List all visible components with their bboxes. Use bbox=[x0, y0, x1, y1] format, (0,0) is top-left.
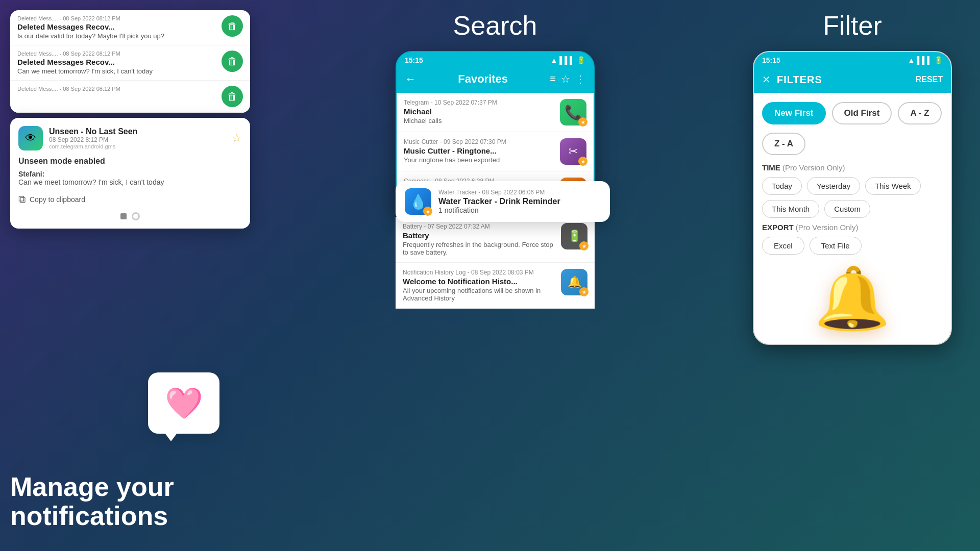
chip-this-week[interactable]: This Week bbox=[865, 177, 921, 195]
bubble-shape: 🩷 bbox=[148, 372, 219, 434]
chip-this-month[interactable]: This Month bbox=[762, 200, 819, 218]
copy-row[interactable]: ⧉ Copy to clipboard bbox=[18, 193, 242, 205]
copy-icon: ⧉ bbox=[18, 193, 26, 205]
notif-icon-3: 🗑 bbox=[222, 86, 243, 107]
badge-star-2: ★ bbox=[581, 159, 585, 164]
export-chips-row: Excel Text File bbox=[762, 237, 943, 255]
search-status-time: 15:15 bbox=[405, 56, 423, 64]
notif-item-3: Deleted Mess.... - 08 Sep 2022 08:12 PM … bbox=[10, 81, 250, 113]
sort-btn-old-first[interactable]: Old First bbox=[832, 102, 892, 124]
filter-status-bar: 15:15 ▲ ▌▌▌ 🔋 bbox=[754, 52, 951, 68]
export-section-label: EXPORT (Pro Version Only) bbox=[762, 223, 943, 232]
filter-status-icons: ▲ ▌▌▌ 🔋 bbox=[908, 56, 943, 64]
chip-custom[interactable]: Custom bbox=[824, 200, 870, 218]
notif-item-2: Deleted Mess.... - 08 Sep 2022 08:12 PM … bbox=[10, 45, 250, 81]
heart-icon: 🩷 bbox=[165, 385, 203, 421]
notif-content-1: Deleted Mess.... - 08 Sep 2022 08:12 PM … bbox=[17, 15, 216, 40]
dot-2-active[interactable] bbox=[132, 212, 140, 220]
list-item-music[interactable]: Music Cutter - 09 Sep 2022 07:30 PM Musi… bbox=[397, 132, 594, 171]
filter-header: ✕ FILTERS RESET bbox=[754, 68, 951, 93]
dot-1[interactable] bbox=[120, 213, 127, 219]
time-chips-row-2: This Month Custom bbox=[762, 200, 943, 218]
notif-meta-3: Deleted Mess.... - 08 Sep 2022 08:12 PM bbox=[17, 86, 216, 92]
filter-close-button[interactable]: ✕ bbox=[762, 73, 771, 86]
item-source-battery: Battery - 07 Sep 2022 07:32 AM bbox=[403, 223, 555, 230]
item-source-michael: Telegram - 10 Sep 2022 07:37 PM bbox=[404, 99, 554, 106]
list-item-battery[interactable]: Battery - 07 Sep 2022 07:32 AM Battery F… bbox=[396, 217, 595, 263]
filter-battery-icon: 🔋 bbox=[934, 56, 943, 64]
list-item-michael[interactable]: Telegram - 10 Sep 2022 07:37 PM Michael … bbox=[397, 93, 594, 132]
app-icon-notif-hist: 🔔 ★ bbox=[561, 269, 587, 295]
bell-wrapper: 🔔 bbox=[814, 263, 891, 335]
water-info: Water Tracker - 08 Sep 2022 06:06 PM Wat… bbox=[438, 189, 560, 214]
lower-items: Battery - 07 Sep 2022 07:32 AM Battery F… bbox=[396, 217, 595, 309]
wifi-icon: ▲ bbox=[550, 56, 557, 64]
time-section-label: TIME (Pro Version Only) bbox=[762, 163, 943, 172]
bottom-text: Manage your notifications bbox=[10, 472, 174, 531]
filter-section-title: Filter bbox=[823, 10, 882, 41]
item-title-michael: Michael bbox=[404, 107, 554, 116]
badge-star-1: ★ bbox=[581, 119, 585, 125]
unseen-card: 👁 Unseen - No Last Seen 08 Sep 2022 8:12… bbox=[10, 118, 250, 229]
bottom-text-line1: Manage your notifications bbox=[10, 472, 174, 531]
right-section: Filter 15:15 ▲ ▌▌▌ 🔋 ✕ FILTERS RESET New… bbox=[725, 0, 980, 551]
trash-icon-2: 🗑 bbox=[227, 56, 237, 67]
filter-signal-icon: ▌▌▌ bbox=[917, 56, 932, 64]
signal-icon: ▌▌▌ bbox=[559, 56, 575, 64]
water-tracker-popup[interactable]: 💧 ★ Water Tracker - 08 Sep 2022 06:06 PM… bbox=[396, 181, 610, 222]
trash-icon-3: 🗑 bbox=[227, 91, 237, 103]
star-icon[interactable]: ☆ bbox=[232, 132, 242, 145]
list-item-notif-hist[interactable]: Notification History Log - 08 Sep 2022 0… bbox=[396, 263, 595, 309]
notif-body-1: Is our date valid for today? Maybe I'll … bbox=[17, 32, 216, 40]
sort-btn-a-z[interactable]: A - Z bbox=[898, 102, 941, 124]
star-header-icon[interactable]: ☆ bbox=[561, 73, 570, 85]
favorites-header-title: Favorites bbox=[422, 72, 544, 86]
water-badge-star: ★ bbox=[426, 209, 430, 214]
notif-content-3: Deleted Mess.... - 08 Sep 2022 08:12 PM bbox=[17, 86, 216, 93]
item-content-michael: Telegram - 10 Sep 2022 07:37 PM Michael … bbox=[404, 99, 554, 124]
unseen-mode-label: Unseen mode enabled bbox=[18, 157, 242, 166]
notif-title-2: Deleted Messages Recov... bbox=[17, 58, 216, 66]
item-content-battery: Battery - 07 Sep 2022 07:32 AM Battery F… bbox=[403, 223, 555, 256]
water-title: Water Tracker - Drink Reminder bbox=[438, 197, 560, 206]
filter-body: New First Old First A - Z Z - A TIME (Pr… bbox=[754, 93, 951, 344]
sort-btn-z-a[interactable]: Z - A bbox=[762, 133, 805, 155]
item-title-notif-hist: Welcome to Notification Histo... bbox=[403, 277, 555, 286]
item-title-music: Music Cutter - Ringtone... bbox=[404, 146, 554, 155]
notif-item-1: Deleted Mess.... - 08 Sep 2022 08:12 PM … bbox=[10, 10, 250, 45]
sort-btn-new-first[interactable]: New First bbox=[762, 102, 826, 124]
unseen-info: Unseen - No Last Seen 08 Sep 2022 8:12 P… bbox=[49, 127, 137, 149]
battery-icon: 🔋 bbox=[577, 56, 585, 64]
item-desc-notif-hist: All your upcoming notifications will be … bbox=[403, 287, 555, 302]
more-icon[interactable]: ⋮ bbox=[575, 73, 585, 85]
copy-label: Copy to clipboard bbox=[30, 195, 85, 204]
chip-yesterday[interactable]: Yesterday bbox=[807, 177, 860, 195]
item-source-music: Music Cutter - 09 Sep 2022 07:30 PM bbox=[404, 138, 554, 145]
deleted-messages-card: Deleted Mess.... - 08 Sep 2022 08:12 PM … bbox=[10, 10, 250, 113]
item-content-notif-hist: Notification History Log - 08 Sep 2022 0… bbox=[403, 269, 555, 302]
heart-bubble: 🩷 bbox=[148, 372, 225, 449]
filter-status-time: 15:15 bbox=[762, 56, 780, 64]
unseen-avatar: 👁 bbox=[18, 126, 43, 151]
app-icon-battery: 🔋 ★ bbox=[561, 223, 587, 249]
unseen-header: 👁 Unseen - No Last Seen 08 Sep 2022 8:12… bbox=[18, 126, 242, 151]
chip-excel[interactable]: Excel bbox=[762, 237, 804, 255]
chip-today[interactable]: Today bbox=[762, 177, 802, 195]
unseen-sender: Stefani: bbox=[18, 170, 242, 178]
unseen-package: com.telegram.android.gms bbox=[49, 143, 137, 149]
water-count: 1 notification bbox=[438, 206, 560, 214]
notif-body-2: Can we meet tomorrow? I'm sick, I can't … bbox=[17, 67, 216, 75]
water-tracker-icon: 💧 ★ bbox=[405, 188, 431, 215]
chip-text-file[interactable]: Text File bbox=[810, 237, 862, 255]
unseen-app-name: Unseen - No Last Seen bbox=[49, 127, 137, 136]
search-phone-header: ← Favorites ≡ ☆ ⋮ bbox=[397, 68, 594, 93]
notif-icon-1: 🗑 bbox=[222, 15, 243, 37]
filter-reset-button[interactable]: RESET bbox=[916, 75, 943, 84]
search-status-bar: 15:15 ▲ ▌▌▌ 🔋 bbox=[397, 52, 594, 68]
filter-icon[interactable]: ≡ bbox=[550, 73, 556, 85]
back-arrow-icon[interactable]: ← bbox=[405, 72, 416, 86]
search-section-title: Search bbox=[453, 10, 537, 41]
app-icon-telegram: 📞 ★ bbox=[560, 99, 586, 126]
unseen-date: 08 Sep 2022 8:12 PM bbox=[49, 136, 137, 143]
bell-container: 🔔 bbox=[762, 263, 943, 335]
